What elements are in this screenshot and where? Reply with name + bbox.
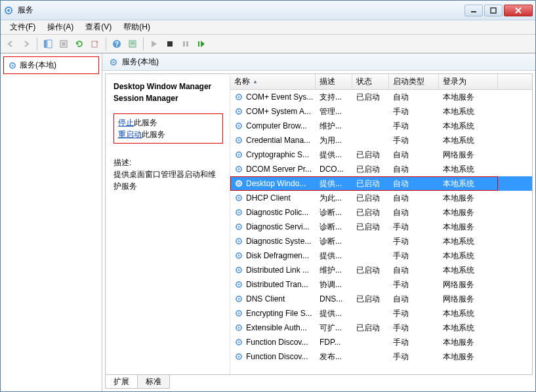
stop-service-button[interactable] <box>163 37 177 51</box>
restart-service-button[interactable] <box>194 37 209 51</box>
maximize-button[interactable] <box>484 5 503 16</box>
menu-help[interactable]: 帮助(H) <box>118 20 155 34</box>
toolbar-separator <box>37 37 37 50</box>
svg-rect-12 <box>92 41 97 47</box>
service-row[interactable]: Encrypting File S...提供...手动本地系统 <box>230 306 532 321</box>
service-row[interactable]: Credential Mana...为用...手动本地系统 <box>230 133 532 147</box>
properties-button[interactable] <box>56 37 71 51</box>
service-name-text: Credential Mana... <box>246 136 310 145</box>
svg-point-35 <box>238 154 240 156</box>
list-body[interactable]: COM+ Event Sys...支持...已启动自动本地服务COM+ Syst… <box>230 90 532 374</box>
cell-status: 已启动 <box>352 294 389 305</box>
svg-rect-20 <box>186 41 188 47</box>
svg-point-33 <box>238 140 240 142</box>
svg-rect-6 <box>44 40 47 48</box>
cell-name: Encrypting File S... <box>230 309 316 318</box>
service-row[interactable]: Cryptographic S...提供...已启动自动网络服务 <box>230 147 532 162</box>
cell-desc: 可扩... <box>316 323 352 334</box>
service-row[interactable]: Function Discov...发布...手动本地服务 <box>230 349 532 364</box>
service-row[interactable]: DCOM Server Pr...DCO...已启动自动本地系统 <box>230 162 532 176</box>
cell-desc: 维护... <box>316 265 352 276</box>
cell-name: Cryptographic S... <box>230 150 316 159</box>
service-name-text: Encrypting File S... <box>246 309 312 318</box>
menu-view[interactable]: 查看(V) <box>80 20 117 34</box>
cell-name: Function Discov... <box>230 338 316 347</box>
column-desc[interactable]: 描述 <box>316 74 352 89</box>
svg-point-57 <box>238 313 240 315</box>
cell-start: 自动 <box>389 92 439 103</box>
gear-icon <box>234 352 243 361</box>
svg-rect-21 <box>198 41 199 47</box>
gear-icon <box>234 338 243 347</box>
refresh-button[interactable] <box>72 37 87 51</box>
stop-service-link[interactable]: 停止 <box>118 118 134 127</box>
service-name-text: DNS Client <box>246 294 285 304</box>
service-row[interactable]: Distributed Tran...协调...手动网络服务 <box>230 277 532 292</box>
service-row[interactable]: Diagnostic Syste...诊断...手动本地系统 <box>230 234 532 248</box>
service-row[interactable]: Diagnostic Polic...诊断...已启动自动本地服务 <box>230 205 532 220</box>
start-service-button <box>147 37 161 51</box>
cell-desc: 诊断... <box>316 236 352 247</box>
cell-status: 已启动 <box>352 92 389 103</box>
cell-name: Disk Defragmen... <box>230 251 316 260</box>
tree-root-node[interactable]: 服务(本地) <box>5 58 97 72</box>
cell-logon: 本地系统 <box>439 135 498 146</box>
service-row[interactable]: COM+ Event Sys...支持...已启动自动本地服务 <box>230 90 532 104</box>
close-button[interactable] <box>504 5 533 16</box>
export-list-button[interactable] <box>88 37 102 51</box>
cell-name: COM+ System A... <box>230 107 316 116</box>
minimize-button[interactable] <box>464 5 483 16</box>
titlebar: 服务 <box>1 1 535 20</box>
service-row[interactable]: Disk Defragmen...提供...手动本地系统 <box>230 248 532 263</box>
service-list-pane: 名称 描述 状态 启动类型 登录为 COM+ Event Sys...支持...… <box>230 74 532 374</box>
service-row[interactable]: COM+ System A...管理...手动本地系统 <box>230 104 532 119</box>
cell-name: Credential Mana... <box>230 136 316 145</box>
services-window: 服务 文件(F) 操作(A) 查看(V) 帮助(H) ? <box>0 0 536 392</box>
cell-desc: 为此... <box>316 193 352 204</box>
restart-service-link[interactable]: 重启动 <box>118 130 142 139</box>
gear-icon <box>234 92 243 102</box>
service-row[interactable]: DHCP Client为此...已启动自动本地服务 <box>230 191 532 205</box>
service-row[interactable]: Computer Brow...维护...手动本地系统 <box>230 119 532 133</box>
cell-start: 手动 <box>389 337 439 348</box>
svg-point-43 <box>238 212 240 214</box>
cell-logon: 本地系统 <box>439 265 498 276</box>
svg-point-29 <box>238 111 240 113</box>
cell-desc: DNS... <box>316 294 352 304</box>
forward-button <box>19 37 33 51</box>
menu-file[interactable]: 文件(F) <box>5 20 41 34</box>
column-start-type[interactable]: 启动类型 <box>389 74 439 89</box>
menu-action[interactable]: 操作(A) <box>42 20 79 34</box>
service-row[interactable]: Distributed Link ...维护...已启动自动本地系统 <box>230 263 532 277</box>
service-row[interactable]: Extensible Auth...可扩...已启动手动本地系统 <box>230 321 532 335</box>
gear-icon <box>234 179 243 188</box>
cell-logon: 本地系统 <box>439 121 498 132</box>
list-header: 名称 描述 状态 启动类型 登录为 <box>230 74 532 90</box>
cell-name: Function Discov... <box>230 352 316 361</box>
cell-status: 已启动 <box>352 222 389 233</box>
cell-start: 自动 <box>389 149 439 161</box>
window-title: 服务 <box>18 5 463 16</box>
show-hide-tree-button[interactable] <box>41 37 55 51</box>
gear-icon <box>234 294 243 304</box>
service-name-text: Extensible Auth... <box>246 323 307 332</box>
gear-icon <box>234 136 243 145</box>
gear-icon <box>234 309 243 318</box>
service-row[interactable]: Diagnostic Servi...诊断...已启动手动本地服务 <box>230 220 532 234</box>
service-row[interactable]: DNS ClientDNS...已启动自动网络服务 <box>230 292 532 306</box>
cell-logon: 本地服务 <box>439 222 498 233</box>
help-button[interactable]: ? <box>110 37 124 51</box>
pause-service-button <box>178 37 193 51</box>
column-name[interactable]: 名称 <box>230 74 316 89</box>
cell-name: DNS Client <box>230 294 316 304</box>
tab-extended[interactable]: 扩展 <box>105 375 138 389</box>
column-status[interactable]: 状态 <box>352 74 389 89</box>
cell-start: 自动 <box>389 164 439 175</box>
column-logon[interactable]: 登录为 <box>439 74 498 89</box>
gear-icon <box>234 165 243 174</box>
tab-standard[interactable]: 标准 <box>137 375 170 389</box>
properties-sheet-button[interactable] <box>125 37 140 51</box>
service-row[interactable]: Desktop Windo...提供...已启动自动本地系统 <box>230 176 532 191</box>
service-name-text: Diagnostic Servi... <box>246 222 310 231</box>
service-row[interactable]: Function Discov...FDP...手动本地服务 <box>230 335 532 349</box>
